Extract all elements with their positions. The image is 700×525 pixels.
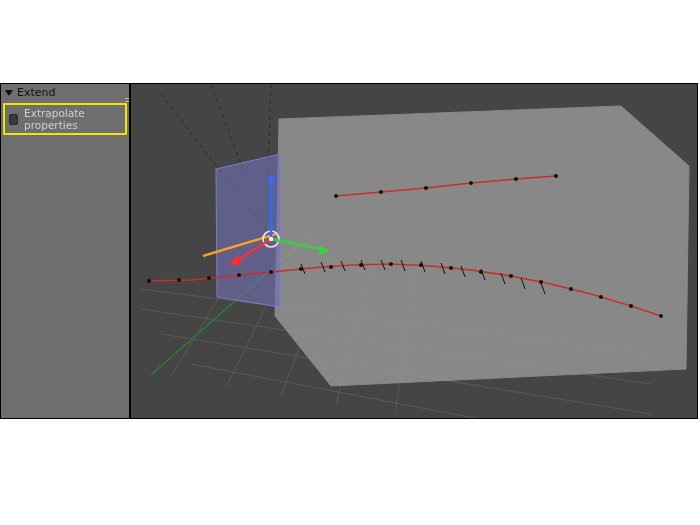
blender-window: Extend Extrapolate properties — [0, 83, 698, 419]
svg-point-33 — [449, 266, 453, 270]
gizmo-center-icon — [269, 237, 273, 241]
chevron-down-icon — [5, 90, 13, 96]
operator-sidebar: Extend Extrapolate properties — [1, 84, 129, 418]
viewport-3d[interactable] — [131, 84, 697, 418]
extend-panel-header[interactable]: Extend — [1, 84, 129, 101]
panel-title: Extend — [17, 86, 56, 99]
svg-point-25 — [207, 276, 211, 280]
svg-point-19 — [424, 186, 428, 190]
viewport-canvas — [131, 84, 697, 418]
svg-point-24 — [177, 278, 181, 282]
checkbox-icon[interactable] — [9, 114, 18, 125]
svg-point-39 — [629, 304, 633, 308]
svg-point-38 — [599, 295, 603, 299]
svg-point-40 — [659, 314, 663, 318]
svg-point-29 — [329, 265, 333, 269]
svg-point-17 — [334, 194, 338, 198]
svg-point-37 — [569, 287, 573, 291]
svg-point-31 — [389, 262, 393, 266]
extrapolate-properties-option[interactable]: Extrapolate properties — [3, 103, 127, 135]
svg-point-35 — [509, 274, 513, 278]
svg-point-20 — [469, 181, 473, 185]
option-label: Extrapolate properties — [24, 107, 121, 131]
svg-point-23 — [147, 279, 151, 283]
svg-point-26 — [237, 273, 241, 277]
svg-point-21 — [514, 177, 518, 181]
svg-point-27 — [269, 270, 273, 274]
svg-point-18 — [379, 190, 383, 194]
svg-point-22 — [554, 174, 558, 178]
